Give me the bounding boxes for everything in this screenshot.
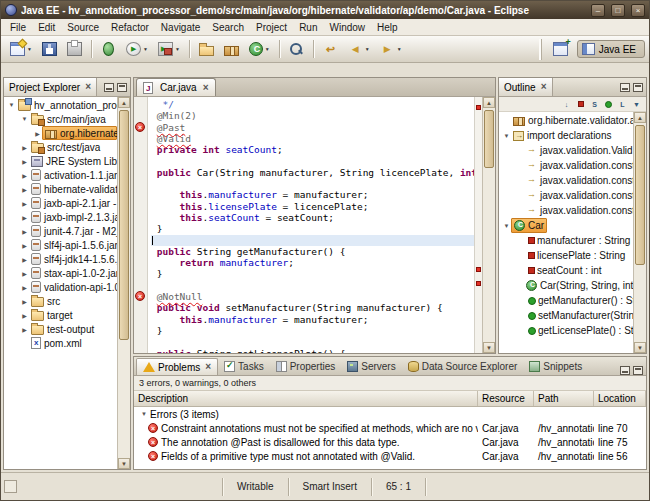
minimize-button[interactable]: – [591, 4, 605, 17]
code-line[interactable]: */ [151, 99, 474, 110]
expander-icon[interactable]: ▶ [20, 186, 29, 193]
minimize-view-icon[interactable] [620, 83, 630, 92]
project-explorer-item[interactable]: ▶junit-4.7.jar - M2_REPO [4, 224, 117, 238]
open-perspective-button[interactable] [549, 39, 572, 60]
expander-icon[interactable]: ▼ [502, 133, 511, 139]
hide-non-public-button[interactable] [602, 98, 615, 110]
editor-tab-car-java[interactable]: Car.java [136, 78, 216, 96]
project-explorer-item[interactable]: ▶test-output [4, 322, 117, 336]
menu-item-source[interactable]: Source [61, 21, 105, 34]
code-line[interactable] [151, 235, 474, 246]
code-line[interactable]: @Min(2) [151, 110, 474, 121]
outline-scrollbar[interactable]: ▲ ▼ [633, 112, 646, 353]
code-line[interactable]: } [151, 325, 474, 336]
menu-item-edit[interactable]: Edit [32, 21, 61, 34]
maximize-view-icon[interactable] [633, 366, 643, 375]
expander-icon[interactable]: ▶ [20, 172, 29, 179]
menu-item-help[interactable]: Help [371, 21, 404, 34]
column-header-resource[interactable]: Resource [478, 391, 534, 406]
error-overview-mark[interactable] [476, 105, 481, 110]
expander-icon[interactable]: ▶ [20, 284, 29, 291]
project-explorer-item[interactable]: ▼hv_annotation_processo [4, 98, 117, 112]
expander-icon[interactable]: ▶ [20, 144, 29, 151]
outline-item[interactable]: seatCount : int [499, 263, 633, 278]
code-line[interactable]: public String getLicensePlate() { [151, 348, 474, 353]
menu-item-project[interactable]: Project [250, 21, 293, 34]
minimize-view-icon[interactable] [620, 366, 630, 375]
editor-scrollbar[interactable]: ▲ ▼ [482, 97, 495, 353]
problems-row[interactable]: ×The annotation @Past is disallowed for … [134, 435, 646, 449]
expander-icon[interactable]: ▼ [7, 102, 16, 108]
problems-row[interactable]: ×Constraint annotations must not be spec… [134, 421, 646, 435]
scrollbar-track[interactable] [118, 108, 130, 458]
tab-problems[interactable]: Problems [136, 358, 218, 375]
project-explorer-item[interactable]: ▶slf4j-jdk14-1.5.6.jar - [4, 252, 117, 266]
code-line[interactable]: this.licensePlate = licencePlate; [151, 201, 474, 212]
project-explorer-item[interactable]: ▶JRE System Library [ja [4, 154, 117, 168]
scroll-up-icon[interactable]: ▲ [634, 112, 646, 123]
sort-button[interactable]: ↓ [560, 98, 573, 110]
outline-item[interactable]: ▼Car [499, 218, 633, 233]
outline-item[interactable]: licensePlate : String [499, 248, 633, 263]
code-line[interactable]: this.manufacturer = manufacturer; [151, 189, 474, 200]
error-marker-icon[interactable]: × [135, 291, 145, 301]
close-view-icon[interactable] [85, 82, 91, 92]
outline-item[interactable]: manufacturer : String [499, 233, 633, 248]
scrollbar-thumb[interactable] [484, 110, 494, 168]
code-line[interactable] [151, 178, 474, 189]
hide-static-button[interactable]: S [588, 98, 601, 110]
project-explorer-item[interactable]: ▶target [4, 308, 117, 322]
maximize-view-icon[interactable] [633, 83, 643, 92]
new-package-button[interactable] [220, 39, 243, 60]
project-explorer-item[interactable]: ▶jaxb-impl-2.1.3.jar - M [4, 210, 117, 224]
maximize-button[interactable]: □ [611, 4, 625, 17]
expander-icon[interactable]: ▶ [20, 312, 29, 319]
expander-icon[interactable]: ▶ [20, 270, 29, 277]
expander-icon[interactable]: ▶ [20, 256, 29, 263]
scrollbar-thumb[interactable] [635, 125, 645, 265]
column-header-path[interactable]: Path [534, 391, 594, 406]
project-explorer-item[interactable]: ▶src/test/java [4, 140, 117, 154]
error-overview-mark[interactable] [476, 281, 481, 286]
hide-local-types-button[interactable]: L [616, 98, 629, 110]
expander-icon[interactable]: ▼ [138, 411, 150, 417]
tab-servers[interactable]: Servers [341, 358, 401, 375]
scroll-down-icon[interactable]: ▼ [118, 458, 130, 469]
code-line[interactable] [151, 155, 474, 166]
code-line[interactable]: public Car(String manufacturer, String l… [151, 167, 474, 178]
project-explorer-item[interactable]: ▶src [4, 294, 117, 308]
error-marker-icon[interactable]: × [135, 122, 145, 132]
menu-item-window[interactable]: Window [323, 21, 371, 34]
outline-item[interactable]: javax.validation.constr [499, 158, 633, 173]
code-line[interactable] [151, 336, 474, 347]
external-tools-button[interactable]: ▼ [154, 39, 184, 60]
outline-item[interactable]: javax.validation.constr [499, 188, 633, 203]
expander-icon[interactable]: ▶ [20, 242, 29, 249]
scrollbar-track[interactable] [483, 108, 495, 342]
menu-item-file[interactable]: File [4, 21, 32, 34]
scroll-down-icon[interactable]: ▼ [634, 342, 646, 353]
print-button[interactable] [63, 39, 86, 60]
outline-item[interactable]: getLicensePlate() : St [499, 323, 633, 338]
maximize-view-icon[interactable] [117, 83, 127, 92]
scroll-down-icon[interactable]: ▼ [483, 342, 495, 353]
code-line[interactable]: } [151, 268, 474, 279]
outline-item[interactable]: getManufacturer() : St [499, 293, 633, 308]
outline-tab[interactable]: Outline [499, 78, 553, 96]
project-explorer-tab[interactable]: Project Explorer [4, 78, 97, 96]
expander-icon[interactable]: ▼ [502, 223, 511, 229]
project-explorer-item[interactable]: ▶hibernate-validator-4.0 [4, 182, 117, 196]
close-button[interactable]: × [631, 4, 645, 17]
code-line[interactable]: public String getManufacturer() { [151, 246, 474, 257]
code-line[interactable] [151, 280, 474, 291]
code-line[interactable]: this.manufacturer = manufacturer; [151, 314, 474, 325]
tab-properties[interactable]: Properties [270, 358, 342, 375]
close-tab-icon[interactable] [203, 83, 209, 93]
scroll-up-icon[interactable]: ▲ [483, 97, 495, 108]
outline-item[interactable]: javax.validation.constr [499, 203, 633, 218]
expander-icon[interactable]: ▼ [20, 116, 29, 122]
code-line[interactable]: @Valid [151, 133, 474, 144]
view-menu-button[interactable]: ▼ [630, 98, 643, 110]
tab-tasks[interactable]: Tasks [218, 358, 270, 375]
scroll-up-icon[interactable]: ▲ [118, 97, 130, 108]
